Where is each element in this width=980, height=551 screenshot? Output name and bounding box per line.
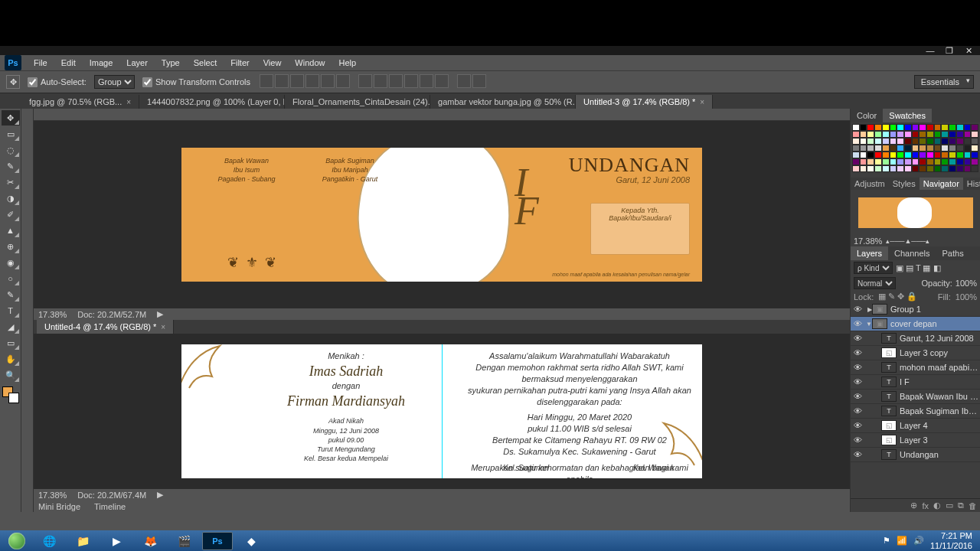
tray-volume-icon[interactable]: 🔊 [913,536,924,546]
sig-left: Kel. Sugiman [503,464,548,472]
tool-0[interactable]: ✥ [2,110,20,126]
layer-row[interactable]: 👁TI F [851,375,980,390]
menu-type[interactable]: Type [155,56,186,70]
taskbar-media-icon[interactable]: ▶ [101,532,132,550]
tray-network-icon[interactable]: 📶 [897,536,907,546]
windows-taskbar[interactable]: 🌐 📁 ▶ 🦊 🎬 Ps ◆ ⚑ 📶 🔊 7:21 PM11/11/2016 [0,530,980,551]
menu-layer[interactable]: Layer [120,56,154,70]
document-tab[interactable]: 1444007832.png @ 100% (Layer 0, R...× [139,95,285,109]
layer-row[interactable]: 👁TBapak Wawan Ibu Isum... [851,390,980,404]
layer-row[interactable]: 👁TUndangan [851,448,980,462]
document-tabs: fgg.jpg @ 70.5% (RGB...×1444007832.png @… [0,93,980,109]
layers-panel-tabs[interactable]: Layers Channels Paths [851,246,980,260]
taskbar-firefox-icon[interactable]: 🦊 [135,532,165,550]
status-bar-top: 17.38%Doc: 20.2M/52.7M▶ [34,308,850,320]
workspace-switcher[interactable]: Essentials [914,75,974,89]
layer-row[interactable]: 👁▶▣Group 1 [851,302,980,317]
start-button[interactable] [3,532,31,550]
layer-row[interactable]: 👁◱Layer 3 [851,433,980,448]
sig-right: Kel. Wawan [633,464,674,472]
tool-1[interactable]: ▭ [2,126,20,142]
menu-window[interactable]: Window [289,56,331,70]
tools-panel: ✥▭◌✎✂◑✐▲⊕◉○✎T◢▭✋🔍 [0,109,21,512]
document-tab[interactable]: Untitled-3 @ 17.4% (RGB/8) *× [576,95,713,109]
taskbar-photoshop-icon[interactable]: Ps [202,532,233,550]
close-button[interactable]: ✕ [960,46,977,56]
layer-row[interactable]: 👁TBapak Sugiman Ibu Ma... [851,404,980,419]
layers-list[interactable]: 👁▶▣Group 1👁▼▣cover depan👁TGarut, 12 Juni… [851,302,980,498]
card-title: UNDANGAN [569,154,690,177]
color-panel-tabs[interactable]: ColorSwatches [851,109,980,122]
auto-select-target[interactable]: Group [94,75,135,89]
layer-row[interactable]: 👁◱Layer 3 copy [851,346,980,360]
swatches-grid[interactable] [851,122,980,178]
corner-ornament-icon [181,344,243,407]
layer-row[interactable]: 👁◱Layer 4 [851,419,980,433]
tray-flag-icon[interactable]: ⚑ [883,536,890,546]
menu-edit[interactable]: Edit [55,56,82,70]
canvas-top[interactable]: Bapak Wawan Ibu Isum Pagaden - Subang Ba… [34,121,850,308]
blend-mode[interactable]: Normal [854,277,896,289]
menu-filter[interactable]: Filter [224,56,255,70]
menu-help[interactable]: Help [332,56,362,70]
tool-12[interactable]: T [2,303,20,318]
mid-panel-tabs[interactable]: AdjustmStyles NavigatorHistogr [851,178,980,190]
tool-8[interactable]: ⊕ [2,239,20,254]
flourish-icon: ❦ ⚜ ❦ [227,254,278,271]
addressee-box: Kepada Yth. Bapak/Ibu/Saudara/i [590,203,690,255]
document-tab[interactable]: fgg.jpg @ 70.5% (RGB...× [21,95,139,109]
menubar: Ps FileEditImageLayerTypeSelectFilterVie… [0,55,980,70]
tool-7[interactable]: ▲ [2,223,20,238]
tool-6[interactable]: ✐ [2,207,20,222]
align-buttons[interactable] [258,74,486,90]
tool-10[interactable]: ○ [2,271,20,286]
tool-15[interactable]: ✋ [2,351,20,367]
ruler-horizontal [34,109,850,121]
inner-right-column: Assalamu'alaikum Warahmatullahi Wabaraka… [465,350,694,478]
tool-11[interactable]: ✎ [2,287,20,302]
tray-clock[interactable]: 7:21 PM11/11/2016 [930,531,972,549]
menu-file[interactable]: File [28,56,54,70]
mini-bridge-tabs[interactable]: Mini BridgeTimeline [34,500,850,512]
document-tab[interactable]: gambar vektor bunga.jpg @ 50% (R...× [430,95,576,109]
taskbar-player-icon[interactable]: 🎬 [168,532,199,550]
ps-logo-icon: Ps [5,55,21,70]
tool-5[interactable]: ◑ [2,191,20,206]
document-tab[interactable]: Untitled-4 @ 17.4% (RGB/8) *× [37,320,174,334]
tool-16[interactable]: 🔍 [2,367,20,383]
layer-row[interactable]: 👁Tmohon maaf apabila ad... [851,360,980,375]
panels-column: ColorSwatches AdjustmStyles NavigatorHis… [850,109,980,512]
tool-4[interactable]: ✂ [2,174,20,190]
layer-row[interactable]: 👁TGarut, 12 Juni 2008 [851,331,980,346]
options-bar: ✥ Auto-Select: Group Show Transform Cont… [0,70,980,93]
layer-row[interactable]: 👁▼▣cover depan [851,317,980,331]
menu-image[interactable]: Image [83,56,119,70]
card-date: Garut, 12 Juni 2008 [616,175,690,184]
navigator-thumbnail[interactable] [851,190,980,236]
tool-9[interactable]: ◉ [2,255,20,270]
ruler-vertical [21,109,34,512]
menu-select[interactable]: Select [188,56,224,70]
taskbar-app-icon[interactable]: ◆ [236,532,266,550]
canvas-bottom[interactable]: Menikah : Imas Sadriah dengan Firman Mar… [34,334,850,489]
color-swatches[interactable] [2,386,19,403]
tool-13[interactable]: ◢ [2,319,20,334]
menu-view[interactable]: View [257,56,288,70]
tool-2[interactable]: ◌ [2,142,20,158]
auto-select-checkbox[interactable]: Auto-Select: [28,77,87,87]
tool-3[interactable]: ✎ [2,158,20,174]
layers-footer-buttons[interactable]: ⊕fx◐▭⧉🗑 [851,498,980,512]
show-transform-checkbox[interactable]: Show Transform Controls [142,77,250,87]
move-tool-icon: ✥ [6,75,20,89]
max-button[interactable]: ❐ [941,46,958,56]
tool-14[interactable]: ▭ [2,335,20,350]
document-tabs-2: Untitled-4 @ 17.4% (RGB/8) *× [34,320,850,334]
taskbar-explorer-icon[interactable]: 📁 [67,532,98,550]
taskbar-ie-icon[interactable]: 🌐 [34,532,64,550]
layer-filter-kind[interactable]: ρ Kind [854,262,893,274]
card-text-left1: Bapak Wawan Ibu Isum Pagaden - Subang [201,157,292,184]
card-footnote: mohon maaf apabila ada kesalahan penulis… [552,272,690,277]
document-tab[interactable]: Floral_Ornaments_CintaDesain (24).jpg ..… [285,95,430,109]
inner-left-column: Menikah : Imas Sadriah dengan Firman Mar… [258,350,434,463]
min-button[interactable]: — [922,46,939,55]
